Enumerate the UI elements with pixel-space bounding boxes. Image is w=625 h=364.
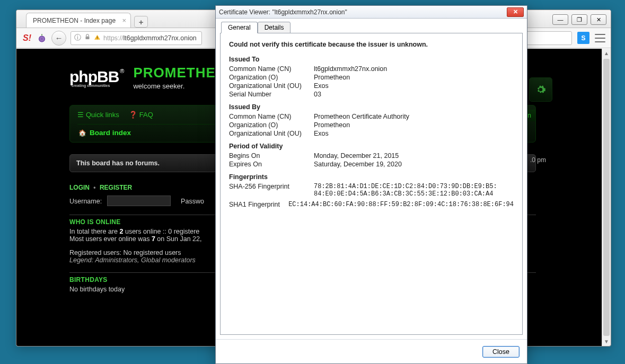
issued-by-group: Issued By Common Name (CN)Prometheon Cer…	[229, 103, 514, 137]
login-heading[interactable]: LOGIN	[69, 184, 90, 191]
dialog-titlebar: Certificate Viewer: "lt6gpldxmmxh27nx.on…	[216, 6, 527, 19]
dialog-footer: Close	[216, 339, 527, 363]
scroll-thumb[interactable]	[603, 59, 610, 336]
cert-panel-general: Could not verify this certificate becaus…	[220, 33, 523, 335]
quick-links-menu[interactable]: ☰Quick links	[77, 111, 119, 119]
issued-to-cn: lt6gpldxmmxh27nx.onion	[314, 65, 514, 73]
faq-link[interactable]: ❓FAQ	[129, 111, 153, 119]
cert-error-message: Could not verify this certificate becaus…	[229, 41, 514, 48]
lock-warning-icon[interactable]	[84, 33, 91, 42]
register-link[interactable]: REGISTER	[100, 184, 132, 191]
window-close-button[interactable]: ✕	[591, 14, 606, 25]
issued-by-cn: Prometheon Certificate Authority	[314, 113, 514, 120]
issued-to-sn: 03	[314, 91, 514, 98]
certificate-viewer-dialog: Certificate Viewer: "lt6gpldxmmxh27nx.on…	[215, 5, 527, 364]
tab-title: PROMETHEON - Index page	[33, 17, 116, 24]
validity-expires: Saturday, December 19, 2020	[314, 161, 514, 168]
svg-rect-5	[97, 38, 98, 39]
scroll-up-icon[interactable]: ▲	[602, 49, 611, 58]
window-controls: — ❐ ✕	[552, 14, 606, 25]
board-index-link[interactable]: Board index	[90, 129, 131, 137]
tab-details[interactable]: Details	[258, 22, 291, 33]
settings-gear-button[interactable]	[529, 77, 552, 102]
window-maximize-button[interactable]: ❐	[571, 14, 587, 25]
legend-global-moderators[interactable]: Global moderators	[141, 256, 196, 264]
issued-by-o: Prometheon	[314, 121, 514, 129]
sha1-fingerprint: EC:14:A4:BC:60:FA:90:88:FF:59:B2:8F:09:4…	[288, 201, 514, 208]
dialog-close-button[interactable]: ✕	[507, 7, 524, 17]
warning-triangle-icon	[94, 34, 101, 42]
phpbb-logo: phpBB® creating communities	[69, 68, 124, 87]
sha256-fingerprint: 78:2B:81:4A:D1:DE:CE:1D:C2:84:D0:73:9D:D…	[314, 183, 514, 198]
help-icon: ❓	[129, 111, 137, 119]
issued-to-ou: Exos	[314, 82, 514, 90]
hamburger-menu-icon[interactable]	[595, 34, 605, 42]
tab-general[interactable]: General	[221, 22, 258, 33]
validity-group: Period of Validity Begins OnMonday, Dece…	[229, 143, 514, 168]
issued-by-ou: Exos	[314, 130, 514, 137]
new-tab-button[interactable]: +	[134, 16, 148, 28]
tor-onion-icon[interactable]	[37, 33, 47, 43]
svg-rect-3	[86, 37, 90, 39]
legend-administrators[interactable]: Administrators	[95, 256, 137, 264]
username-input[interactable]	[107, 196, 171, 206]
cert-tabs: General Details	[220, 22, 523, 33]
browser-tab[interactable]: PROMETHEON - Index page ×	[26, 13, 131, 28]
svg-rect-4	[97, 36, 98, 38]
url-host: lt6gpldxmmxh27nx.onion	[124, 34, 197, 42]
window-minimize-button[interactable]: —	[552, 14, 568, 25]
scroll-down-icon[interactable]: ▼	[602, 337, 611, 346]
validity-begins: Monday, December 21, 2015	[314, 152, 514, 159]
issued-to-group: Issued To Common Name (CN)lt6gpldxmmxh27…	[229, 56, 514, 98]
tab-close-icon[interactable]: ×	[122, 16, 126, 24]
home-icon: 🏠	[78, 129, 86, 137]
current-time: .0 pm	[530, 156, 546, 164]
back-button[interactable]: ←	[51, 31, 66, 46]
url-bar[interactable]: ⓘ https://lt6gpldxmmxh27nx.onion	[71, 31, 202, 45]
identity-info-icon[interactable]: ⓘ	[74, 33, 81, 42]
password-label: Passwo	[181, 198, 204, 205]
issued-to-o: Prometheon	[314, 74, 514, 81]
skype-icon[interactable]: S	[577, 32, 589, 44]
username-label: Username:	[69, 198, 102, 205]
stumble-icon[interactable]: S!	[22, 33, 32, 43]
url-scheme: https://	[103, 34, 124, 42]
list-icon: ☰	[77, 111, 84, 119]
dialog-title: Certificate Viewer: "lt6gpldxmmxh27nx.on…	[219, 8, 507, 16]
close-button[interactable]: Close	[482, 346, 520, 358]
fingerprints-group: Fingerprints SHA-256 Fingerprint 78:2B:8…	[229, 173, 514, 208]
vertical-scrollbar[interactable]: ▲ ▼	[602, 49, 611, 346]
